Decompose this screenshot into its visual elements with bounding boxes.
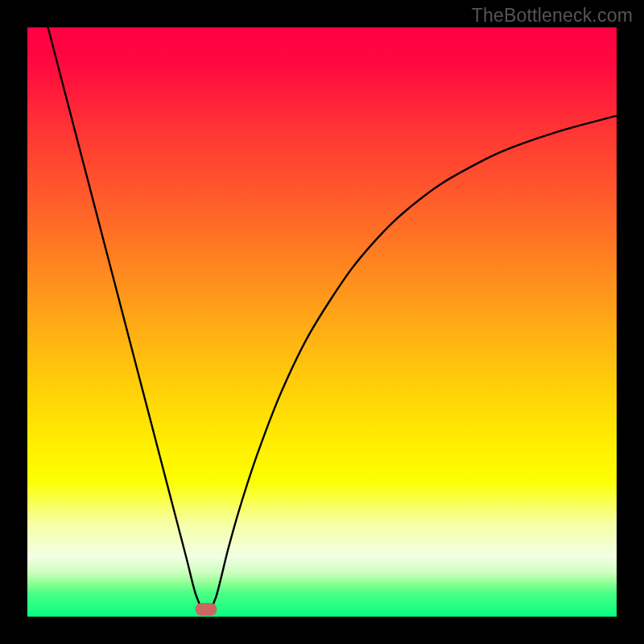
optimum-marker [195, 603, 217, 616]
bottleneck-curve [48, 27, 617, 613]
chart-frame: TheBottleneck.com [0, 0, 644, 644]
plot-area [27, 27, 617, 617]
watermark-text: TheBottleneck.com [472, 5, 633, 27]
curve-plot [27, 27, 617, 617]
